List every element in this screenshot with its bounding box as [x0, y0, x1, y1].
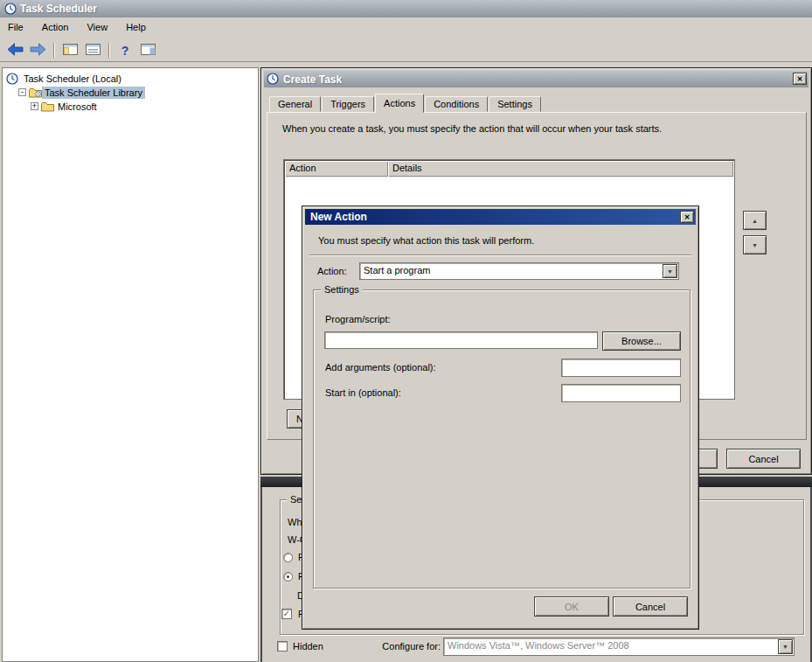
- action-pane-icon: [141, 44, 156, 57]
- window-list-icon: [86, 44, 101, 57]
- add-arguments-label: Add arguments (optional):: [325, 362, 436, 373]
- create-task-icon: [267, 73, 279, 87]
- tab-conditions[interactable]: Conditions: [425, 96, 488, 112]
- tree-item-label: Microsoft: [55, 101, 100, 113]
- main-window-title: Task Scheduler: [20, 3, 97, 15]
- program-script-label: Program/script:: [325, 314, 391, 324]
- close-icon: ✕: [684, 213, 691, 221]
- start-in-input[interactable]: [561, 384, 681, 402]
- cancel-button[interactable]: Cancel: [726, 449, 801, 469]
- screen: Task Scheduler File Action View Help: [0, 0, 812, 662]
- chevron-down-icon[interactable]: ▼: [663, 264, 677, 278]
- add-arguments-input[interactable]: [561, 359, 681, 377]
- actions-list-header: Action Details: [285, 161, 733, 177]
- toolbar-separator: [108, 43, 109, 58]
- actions-description: When you create a task, you must specify…: [282, 123, 794, 134]
- tree-item-microsoft[interactable]: + Microsoft: [3, 100, 258, 114]
- console-tree-panel: Task Scheduler (Local) - Task Scheduler …: [2, 67, 259, 662]
- action-value: Start a program: [364, 265, 430, 275]
- tree-item-task-scheduler-local[interactable]: Task Scheduler (Local): [3, 72, 258, 86]
- configure-for-value: Windows Vista™, Windows Server™ 2008: [448, 640, 629, 651]
- column-header-action[interactable]: Action: [285, 161, 388, 177]
- tree-item-label: Task Scheduler (Local): [21, 73, 124, 85]
- menu-bar: File Action View Help: [0, 17, 812, 39]
- back-button[interactable]: [4, 41, 25, 60]
- action-combobox[interactable]: Start a program ▼: [359, 262, 679, 280]
- ok-button[interactable]: OK: [534, 596, 609, 617]
- console-tree-icon: [63, 44, 78, 57]
- new-action-title-bar[interactable]: New Action ✕: [305, 209, 696, 225]
- create-task-title: Create Task: [283, 73, 342, 86]
- menu-item-help[interactable]: Help: [118, 17, 154, 37]
- tree-item-task-scheduler-library[interactable]: - Task Scheduler Library: [3, 86, 258, 100]
- collapse-expander-icon[interactable]: -: [18, 88, 26, 96]
- menu-item-view[interactable]: View: [79, 17, 115, 37]
- separator: [309, 254, 691, 255]
- program-script-input[interactable]: [324, 331, 598, 349]
- tree-item-label-selected: Task Scheduler Library: [42, 87, 145, 99]
- settings-groupbox: Settings Program/script: Browse... Add a…: [313, 289, 691, 589]
- configure-for-combobox[interactable]: Windows Vista™, Windows Server™ 2008 ▼: [443, 638, 795, 656]
- tab-actions[interactable]: Actions: [375, 94, 424, 113]
- forward-button[interactable]: [27, 41, 48, 60]
- close-button[interactable]: ✕: [793, 73, 807, 85]
- chevron-down-icon: ▼: [752, 242, 758, 248]
- close-icon: ✕: [797, 75, 803, 83]
- back-arrow-icon: [7, 43, 24, 58]
- toolbar-separator: [53, 43, 54, 58]
- chevron-up-icon: ▲: [752, 218, 758, 224]
- properties-button[interactable]: [82, 41, 103, 60]
- action-label: Action:: [317, 266, 347, 276]
- task-scheduler-app-icon: [4, 3, 17, 17]
- chevron-down-icon[interactable]: ▼: [778, 639, 793, 654]
- new-action-title: New Action: [310, 211, 367, 223]
- hidden-checkbox[interactable]: [277, 641, 288, 652]
- expand-expander-icon[interactable]: +: [31, 102, 38, 110]
- tab-settings[interactable]: Settings: [489, 96, 541, 112]
- radio-run-not-logged-on[interactable]: [283, 572, 293, 582]
- hidden-label: Hidden: [293, 641, 323, 652]
- privileges-checkbox[interactable]: ✓: [281, 609, 292, 619]
- folder-clock-icon: [29, 87, 42, 100]
- help-icon: ?: [121, 44, 129, 58]
- tab-triggers[interactable]: Triggers: [322, 96, 374, 112]
- create-task-tabs: General Triggers Actions Conditions Sett…: [269, 93, 542, 112]
- settings-group-label: Settings: [321, 284, 363, 295]
- show-console-tree-button[interactable]: [59, 41, 80, 60]
- menu-item-file[interactable]: File: [0, 17, 31, 37]
- browse-button[interactable]: Browse...: [602, 331, 681, 351]
- configure-for-label: Configure for:: [367, 641, 441, 652]
- start-in-label: Start in (optional):: [325, 387, 401, 398]
- main-title-bar[interactable]: Task Scheduler: [0, 0, 812, 17]
- cancel-button[interactable]: Cancel: [613, 596, 688, 617]
- menu-item-action[interactable]: Action: [34, 17, 77, 37]
- radio-run-logged-on[interactable]: [283, 553, 293, 562]
- new-action-description: You must specify what action this task w…: [318, 235, 685, 246]
- toolbar: ?: [0, 39, 812, 62]
- create-task-title-bar[interactable]: Create Task ✕: [264, 71, 809, 87]
- close-button[interactable]: ✕: [680, 211, 694, 223]
- forward-arrow-icon: [30, 43, 46, 58]
- new-action-dialog: New Action ✕ You must specify what actio…: [302, 206, 699, 630]
- move-up-button[interactable]: ▲: [743, 211, 767, 230]
- folder-icon: [41, 101, 54, 114]
- action-pane-button[interactable]: [137, 41, 158, 60]
- check-icon: ✓: [283, 609, 290, 618]
- help-button[interactable]: ?: [115, 41, 135, 60]
- tab-general[interactable]: General: [269, 96, 321, 112]
- move-down-button[interactable]: ▼: [743, 235, 767, 254]
- column-header-details[interactable]: Details: [388, 161, 733, 177]
- clock-icon: [6, 73, 18, 87]
